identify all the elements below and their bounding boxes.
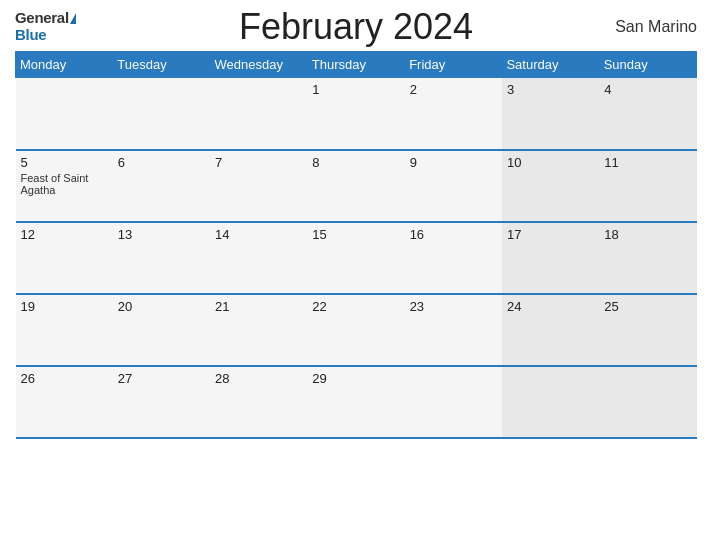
- calendar-week-1: 5Feast of Saint Agatha67891011: [16, 150, 697, 222]
- calendar-cell: 3: [502, 78, 599, 150]
- day-number: 12: [21, 227, 108, 242]
- day-number: 28: [215, 371, 302, 386]
- day-number: 1: [312, 82, 399, 97]
- day-number: 7: [215, 155, 302, 170]
- calendar-cell: 4: [599, 78, 696, 150]
- calendar-cell: 21: [210, 294, 307, 366]
- calendar-cell: 1: [307, 78, 404, 150]
- calendar-cell: 14: [210, 222, 307, 294]
- day-number: 17: [507, 227, 594, 242]
- calendar-week-0: 1234: [16, 78, 697, 150]
- calendar-cell: 11: [599, 150, 696, 222]
- day-number: 16: [410, 227, 497, 242]
- day-number: 25: [604, 299, 691, 314]
- country-label: San Marino: [615, 18, 697, 36]
- day-number: 6: [118, 155, 205, 170]
- calendar-cell: 22: [307, 294, 404, 366]
- day-number: 10: [507, 155, 594, 170]
- weekday-header-thursday: Thursday: [307, 52, 404, 78]
- logo-triangle-icon: [70, 13, 76, 24]
- calendar-cell: [599, 366, 696, 438]
- day-number: 13: [118, 227, 205, 242]
- logo: General Blue: [15, 10, 76, 43]
- calendar-cell: 17: [502, 222, 599, 294]
- day-number: 19: [21, 299, 108, 314]
- day-number: 4: [604, 82, 691, 97]
- day-number: 29: [312, 371, 399, 386]
- day-number: 27: [118, 371, 205, 386]
- calendar-cell: 12: [16, 222, 113, 294]
- weekday-header-monday: Monday: [16, 52, 113, 78]
- calendar-cell: 7: [210, 150, 307, 222]
- calendar-cell: 9: [405, 150, 502, 222]
- calendar-cell: 29: [307, 366, 404, 438]
- weekday-header-sunday: Sunday: [599, 52, 696, 78]
- day-number: 8: [312, 155, 399, 170]
- logo-general: General: [15, 10, 69, 27]
- calendar-wrapper: General Blue February 2024 San Marino Mo…: [0, 0, 712, 550]
- day-number: 26: [21, 371, 108, 386]
- calendar-cell: 27: [113, 366, 210, 438]
- day-number: 23: [410, 299, 497, 314]
- calendar-cell: 19: [16, 294, 113, 366]
- day-number: 9: [410, 155, 497, 170]
- logo-blue: Blue: [15, 27, 46, 44]
- calendar-table: MondayTuesdayWednesdayThursdayFridaySatu…: [15, 51, 697, 439]
- calendar-tbody: 12345Feast of Saint Agatha67891011121314…: [16, 78, 697, 438]
- calendar-cell: 26: [16, 366, 113, 438]
- calendar-cell: 10: [502, 150, 599, 222]
- calendar-cell: 8: [307, 150, 404, 222]
- day-number: 24: [507, 299, 594, 314]
- calendar-week-4: 26272829: [16, 366, 697, 438]
- calendar-week-3: 19202122232425: [16, 294, 697, 366]
- calendar-thead: MondayTuesdayWednesdayThursdayFridaySatu…: [16, 52, 697, 78]
- calendar-cell: 25: [599, 294, 696, 366]
- calendar-cell: 13: [113, 222, 210, 294]
- day-number: 20: [118, 299, 205, 314]
- weekday-header-row: MondayTuesdayWednesdayThursdayFridaySatu…: [16, 52, 697, 78]
- calendar-cell: 6: [113, 150, 210, 222]
- calendar-cell: 24: [502, 294, 599, 366]
- day-number: 14: [215, 227, 302, 242]
- calendar-cell: 16: [405, 222, 502, 294]
- day-number: 18: [604, 227, 691, 242]
- day-number: 5: [21, 155, 108, 170]
- weekday-header-tuesday: Tuesday: [113, 52, 210, 78]
- calendar-cell: [113, 78, 210, 150]
- event-text: Feast of Saint Agatha: [21, 172, 108, 196]
- day-number: 15: [312, 227, 399, 242]
- calendar-cell: 15: [307, 222, 404, 294]
- calendar-title: February 2024: [239, 6, 473, 48]
- day-number: 21: [215, 299, 302, 314]
- weekday-header-saturday: Saturday: [502, 52, 599, 78]
- calendar-cell: 5Feast of Saint Agatha: [16, 150, 113, 222]
- calendar-cell: [405, 366, 502, 438]
- day-number: 11: [604, 155, 691, 170]
- calendar-cell: 18: [599, 222, 696, 294]
- calendar-cell: 28: [210, 366, 307, 438]
- calendar-cell: 2: [405, 78, 502, 150]
- weekday-header-wednesday: Wednesday: [210, 52, 307, 78]
- day-number: 3: [507, 82, 594, 97]
- calendar-cell: 20: [113, 294, 210, 366]
- calendar-cell: [502, 366, 599, 438]
- calendar-cell: [210, 78, 307, 150]
- calendar-cell: [16, 78, 113, 150]
- day-number: 2: [410, 82, 497, 97]
- calendar-cell: 23: [405, 294, 502, 366]
- calendar-header: General Blue February 2024 San Marino: [15, 10, 697, 43]
- day-number: 22: [312, 299, 399, 314]
- calendar-week-2: 12131415161718: [16, 222, 697, 294]
- weekday-header-friday: Friday: [405, 52, 502, 78]
